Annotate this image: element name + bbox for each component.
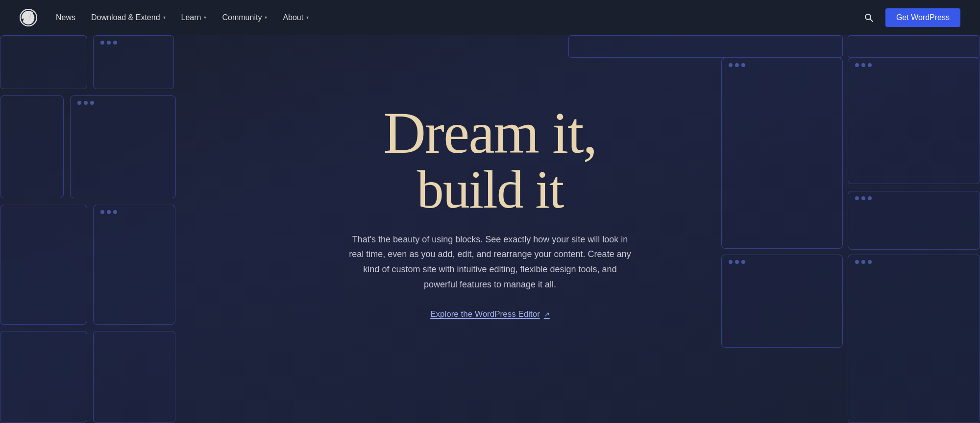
block-decoration — [848, 255, 980, 423]
explore-link-text: Explore the WordPress Editor — [430, 309, 540, 319]
nav-left: News Download & Extend ▾ Learn ▾ Communi… — [20, 9, 316, 26]
chevron-down-icon: ▾ — [163, 15, 166, 20]
hero-content: Dream it, build it That's the beauty of … — [338, 104, 642, 319]
nav-item-about[interactable]: About ▾ — [276, 9, 316, 26]
block-decoration — [93, 35, 174, 89]
block-decoration — [0, 35, 87, 89]
hero-section: Dream it, build it That's the beauty of … — [0, 0, 980, 423]
block-decoration — [848, 58, 980, 184]
svg-line-2 — [870, 19, 873, 22]
chevron-down-icon: ▾ — [204, 15, 206, 20]
block-decoration — [848, 191, 980, 250]
block-decoration — [93, 205, 175, 325]
block-decoration — [0, 95, 64, 198]
search-icon — [864, 13, 874, 23]
chevron-down-icon: ▾ — [265, 15, 267, 20]
chevron-down-icon: ▾ — [306, 15, 309, 20]
external-link-icon: ↗ — [544, 310, 550, 318]
nav-right: Get WordPress — [860, 8, 960, 27]
block-decoration — [70, 95, 176, 198]
hero-description: That's the beauty of using blocks. See e… — [348, 232, 632, 292]
explore-editor-link[interactable]: Explore the WordPress Editor ↗ — [430, 309, 550, 319]
block-decoration — [721, 255, 843, 348]
block-decoration — [0, 205, 87, 325]
nav-item-community[interactable]: Community ▾ — [215, 9, 274, 26]
block-decoration — [848, 35, 980, 58]
main-nav: News Download & Extend ▾ Learn ▾ Communi… — [0, 0, 980, 35]
nav-items: News Download & Extend ▾ Learn ▾ Communi… — [49, 9, 316, 26]
hero-title: Dream it, build it — [348, 104, 632, 216]
block-decoration — [0, 331, 87, 423]
nav-item-download-extend[interactable]: Download & Extend ▾ — [84, 9, 172, 26]
wordpress-logo-icon[interactable] — [20, 9, 37, 26]
block-decoration — [721, 58, 843, 249]
nav-item-news[interactable]: News — [49, 9, 82, 26]
nav-item-learn[interactable]: Learn ▾ — [174, 9, 214, 26]
hero-title-line2: build it — [348, 163, 632, 216]
block-decoration — [568, 35, 843, 58]
search-button[interactable] — [860, 9, 878, 26]
hero-title-line1: Dream it, — [348, 104, 632, 163]
block-decoration — [93, 331, 175, 423]
get-wordpress-button[interactable]: Get WordPress — [885, 8, 960, 27]
